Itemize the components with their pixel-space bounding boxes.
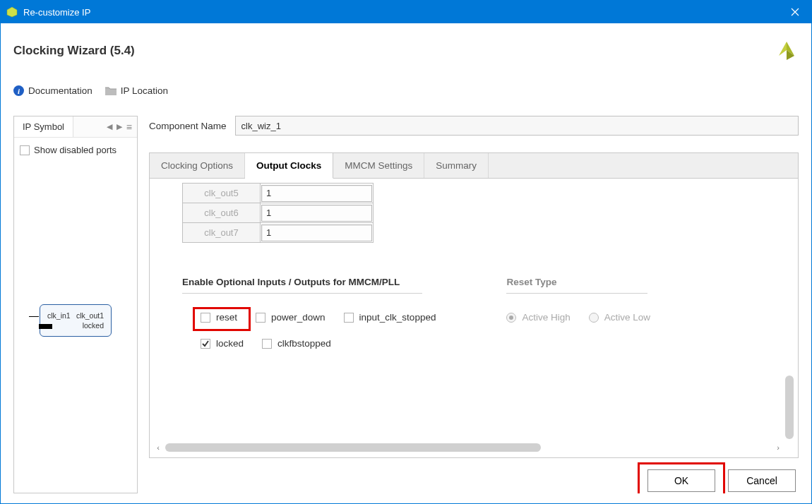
nav-prev-icon[interactable]: ◀ [107, 122, 112, 131]
show-disabled-ports-label: Show disabled ports [34, 145, 117, 155]
table-row: clk_out5 1 [183, 184, 374, 203]
input-clk-stopped-checkbox[interactable]: input_clk_stopped [344, 312, 436, 323]
component-name-label: Component Name [149, 121, 227, 131]
ip-location-label: IP Location [121, 85, 168, 96]
component-name-input[interactable] [235, 116, 799, 136]
documentation-label: Documentation [28, 85, 92, 96]
cancel-button[interactable]: Cancel [728, 469, 796, 492]
clk-out7-name: clk_out7 [183, 223, 261, 243]
window-title: Re-customize IP [23, 7, 779, 18]
checkbox-checked-icon [201, 339, 210, 349]
titlebar: Re-customize IP [1, 1, 811, 23]
panel-nav-controls[interactable]: ◀ ▶ ≡ [107, 121, 137, 133]
documentation-link[interactable]: i Documentation [13, 85, 92, 96]
close-button[interactable] [779, 1, 811, 23]
clkfbstopped-checkbox[interactable]: clkfbstopped [262, 338, 331, 349]
port-clk-out1: clk_out1 [76, 311, 104, 320]
show-disabled-ports-checkbox[interactable]: Show disabled ports [18, 145, 133, 155]
vertical-scrollbar[interactable] [784, 181, 795, 439]
clk-out5-name: clk_out5 [183, 184, 261, 203]
reset-type-heading: Reset Type [506, 277, 647, 294]
svg-marker-0 [7, 7, 17, 17]
ip-symbol-tab[interactable]: IP Symbol [14, 116, 73, 137]
page-title: Clocking Wizard (5.4) [13, 44, 135, 58]
scroll-right-icon[interactable]: › [774, 443, 782, 452]
ip-location-link[interactable]: IP Location [105, 85, 168, 96]
svg-marker-1 [779, 42, 787, 56]
input-clk-stopped-label: input_clk_stopped [359, 312, 436, 323]
tab-mmcm-settings[interactable]: MMCM Settings [333, 153, 424, 178]
radio-selected-icon [506, 313, 516, 323]
nav-next-icon[interactable]: ▶ [117, 122, 122, 131]
enable-section-heading: Enable Optional Inputs / Outputs for MMC… [182, 277, 422, 294]
menu-icon[interactable]: ≡ [126, 121, 131, 133]
port-clk-in1: clk_in1 [47, 311, 71, 320]
power-down-label: power_down [271, 312, 326, 323]
ip-symbol-panel: IP Symbol ◀ ▶ ≡ Show disabled ports [13, 116, 138, 493]
table-row: clk_out7 1 [183, 223, 374, 243]
info-icon: i [13, 85, 24, 96]
output-clocks-table: clk_out5 1 clk_out6 1 clk_out7 1 [182, 183, 374, 243]
scroll-thumb[interactable] [165, 443, 541, 452]
active-low-label: Active Low [604, 312, 650, 323]
tab-clocking-options[interactable]: Clocking Options [150, 153, 245, 178]
tab-output-clocks[interactable]: Output Clocks [245, 153, 333, 179]
config-panel: Component Name Clocking Options Output C… [149, 116, 799, 493]
active-low-radio: Active Low [589, 312, 650, 323]
ok-button[interactable]: OK [647, 469, 715, 492]
settings-tabs: Clocking Options Output Clocks MMCM Sett… [149, 152, 799, 458]
checkbox-icon [201, 313, 210, 323]
horizontal-scrollbar[interactable]: ‹ › [154, 442, 782, 453]
reset-checkbox[interactable]: reset [201, 312, 237, 323]
reset-label: reset [216, 312, 237, 323]
checkbox-icon [262, 339, 272, 349]
clk-out6-name: clk_out6 [183, 203, 261, 223]
clkfbstopped-label: clkfbstopped [277, 338, 331, 349]
checkbox-icon [20, 145, 30, 155]
tab-summary[interactable]: Summary [424, 153, 489, 178]
ip-symbol-diagram: clk_in1 clk_out1 locked [40, 304, 112, 337]
app-icon [6, 6, 18, 18]
dialog-window: Re-customize IP Clocking Wizard (5.4) i … [0, 0, 812, 504]
active-high-label: Active High [522, 312, 570, 323]
link-bar: i Documentation IP Location [13, 85, 799, 96]
checkbox-icon [256, 313, 265, 323]
vendor-logo-icon [775, 39, 799, 63]
active-high-radio: Active High [506, 312, 570, 323]
clk-out6-value[interactable]: 1 [261, 205, 372, 222]
port-locked: locked [83, 321, 104, 330]
folder-icon [105, 86, 117, 95]
power-down-checkbox[interactable]: power_down [256, 312, 326, 323]
content-area: Clocking Wizard (5.4) i Documentation IP… [1, 23, 811, 503]
scroll-left-icon[interactable]: ‹ [154, 443, 162, 452]
clk-out7-value[interactable]: 1 [261, 224, 372, 241]
scroll-thumb[interactable] [785, 376, 794, 439]
checkbox-icon [344, 313, 354, 323]
locked-label: locked [216, 338, 244, 349]
table-row: clk_out6 1 [183, 203, 374, 223]
locked-checkbox[interactable]: locked [201, 338, 244, 349]
radio-icon [589, 313, 599, 323]
clk-out5-value[interactable]: 1 [261, 185, 372, 202]
